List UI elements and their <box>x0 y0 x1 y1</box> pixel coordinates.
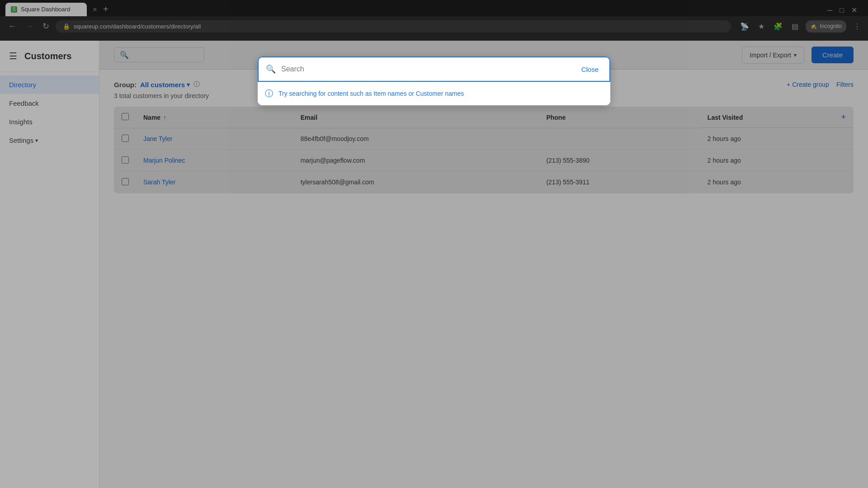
search-input-row: 🔍 Close <box>258 56 610 82</box>
search-input[interactable] <box>281 65 572 73</box>
close-search-button[interactable]: Close <box>578 64 602 75</box>
main-content: 🔍 Import / Export ▾ Create Group: <box>99 41 868 488</box>
hint-info-icon: ⓘ <box>265 88 273 99</box>
search-hint: ⓘ Try searching for content such as Item… <box>258 82 610 105</box>
hint-text: Try searching for content such as Item n… <box>278 90 464 97</box>
search-icon-large: 🔍 <box>266 64 276 74</box>
app-container: ☰ Customers Directory Feedback Insights … <box>0 41 868 488</box>
search-box: 🔍 Close ⓘ Try searching for content such… <box>258 56 610 105</box>
search-overlay: 🔍 Close ⓘ Try searching for content such… <box>99 41 868 488</box>
